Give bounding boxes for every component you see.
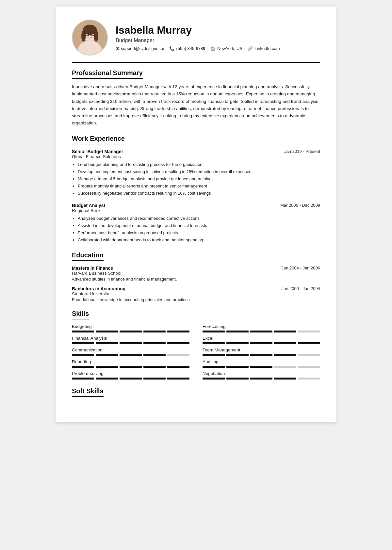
skill-segment (167, 378, 189, 380)
skill-name: Budgeting (72, 324, 189, 329)
edu-desc: Foundational knowledge in accounting pri… (72, 297, 320, 302)
skill-segment (203, 378, 225, 380)
skill-segment (226, 342, 249, 344)
contact-line: ✉ support@cvdesigner.ai 📞 (555) 345-6789… (116, 46, 320, 51)
skill-bar (203, 331, 320, 332)
skill-segment (298, 331, 320, 332)
education-section: Education Masters in Finance Jan 2004 - … (72, 251, 320, 302)
edu-school: Harvard Business School (72, 271, 320, 276)
skill-item: Problem-solving (72, 371, 189, 380)
job-header: Budget Analyst Mar 2006 - Dec 2009 (72, 203, 320, 208)
skill-item: Negotiation (203, 371, 320, 380)
skill-bar (203, 366, 320, 368)
skill-segment (274, 366, 296, 368)
skill-name: Reporting (72, 359, 189, 364)
candidate-title: Budget Manager (116, 38, 320, 43)
skill-segment (203, 366, 225, 368)
job-bullet: Performed cost-benefit analysis on propo… (78, 229, 320, 236)
location-icon: 🏠 (210, 46, 216, 51)
job-bullets: Lead budget planning and forecasting pro… (72, 161, 320, 197)
summary-section: Professional Summary Innovative and resu… (72, 69, 320, 127)
skill-segment (72, 354, 94, 356)
skills-heading: Skills (72, 310, 89, 319)
skill-segment (203, 342, 225, 344)
email-value: support@cvdesigner.ai (121, 46, 164, 51)
header-section: Isabella Murray Budget Manager ✉ support… (72, 20, 320, 56)
skill-segment (72, 378, 94, 380)
job-bullet: Prepare monthly financial reports and pr… (78, 183, 320, 190)
skill-segment (250, 366, 272, 368)
job-title: Senior Budget Manager (72, 149, 123, 154)
skill-segment (143, 342, 166, 344)
skill-bar (203, 354, 320, 356)
skill-segment (96, 366, 118, 368)
phone-item: 📞 (555) 345-6789 (169, 46, 205, 51)
skill-segment (143, 378, 166, 380)
skill-segment (167, 342, 189, 344)
edu-date: Jan 2004 - Jan 2006 (281, 266, 320, 270)
skill-segment (250, 342, 272, 344)
skill-name: Financial Analysis (72, 336, 189, 341)
skills-section: Skills Budgeting Forecasting Financial A… (72, 310, 320, 380)
skill-bar (72, 331, 189, 332)
edu-degree: Bachelors in Accounting (72, 286, 125, 291)
job-company: Regional Bank (72, 208, 320, 213)
skill-segment (298, 354, 320, 356)
skill-segment (96, 378, 118, 380)
skill-segment (167, 354, 189, 356)
job-bullet: Develop and implement cost-saving initia… (78, 168, 320, 175)
job-date: Jan 2010 - Present (284, 149, 320, 154)
linkedin-value: LinkedIn.com (254, 46, 280, 51)
email-item: ✉ support@cvdesigner.ai (116, 46, 164, 51)
education-heading: Education (72, 251, 104, 261)
skill-bar (72, 342, 189, 344)
skill-item: Auditing (203, 359, 320, 368)
skill-segment (120, 366, 142, 368)
skill-segment (298, 378, 320, 380)
linkedin-icon: 🔗 (248, 46, 253, 51)
skill-segment (203, 354, 225, 356)
skill-item: Reporting (72, 359, 189, 368)
skill-segment (72, 366, 94, 368)
skill-segment (226, 378, 249, 380)
skill-name: Problem-solving (72, 371, 189, 376)
soft-skills-heading: Soft Skills (72, 387, 104, 397)
job-bullets: Analyzed budget variances and recommende… (72, 215, 320, 244)
svg-point-5 (94, 30, 98, 42)
skill-segment (120, 331, 142, 332)
job-bullet: Successfully negotiated vendor contracts… (78, 190, 320, 197)
skill-segment (143, 354, 166, 356)
job-bullet: Assisted in the development of annual bu… (78, 222, 320, 229)
skill-item: Forecasting (203, 324, 320, 332)
skill-segment (250, 331, 272, 332)
jobs-container: Senior Budget Manager Jan 2010 - Present… (72, 149, 320, 244)
skill-segment (226, 331, 249, 332)
location-item: 🏠 NewYork, US (210, 46, 242, 51)
skill-name: Negotiation (203, 371, 320, 376)
soft-skills-section: Soft Skills (72, 387, 320, 401)
job-title: Budget Analyst (72, 203, 105, 208)
skill-bar (72, 378, 189, 380)
skill-segment (226, 354, 249, 356)
skill-segment (143, 366, 166, 368)
job-bullet: Analyzed budget variances and recommende… (78, 215, 320, 222)
job-header: Senior Budget Manager Jan 2010 - Present (72, 149, 320, 154)
skill-segment (274, 331, 296, 332)
edu-container: Masters in Finance Jan 2004 - Jan 2006 H… (72, 266, 320, 302)
skill-name: Auditing (203, 359, 320, 364)
summary-text: Innovative and results-driven Budget Man… (72, 83, 320, 127)
skill-segment (250, 378, 272, 380)
header-info: Isabella Murray Budget Manager ✉ support… (116, 24, 320, 51)
skill-name: Excel (203, 336, 320, 341)
skill-segment (96, 342, 118, 344)
skill-segment (120, 378, 142, 380)
skill-segment (298, 342, 320, 344)
skill-name: Communication (72, 348, 189, 352)
skill-segment (96, 331, 118, 332)
candidate-name: Isabella Murray (116, 24, 320, 36)
edu-date: Jan 2000 - Jan 2004 (281, 286, 320, 291)
skill-name: Forecasting (203, 324, 320, 329)
linkedin-item: 🔗 LinkedIn.com (248, 46, 280, 51)
job-entry: Senior Budget Manager Jan 2010 - Present… (72, 149, 320, 197)
resume-container: Isabella Murray Budget Manager ✉ support… (56, 7, 336, 422)
